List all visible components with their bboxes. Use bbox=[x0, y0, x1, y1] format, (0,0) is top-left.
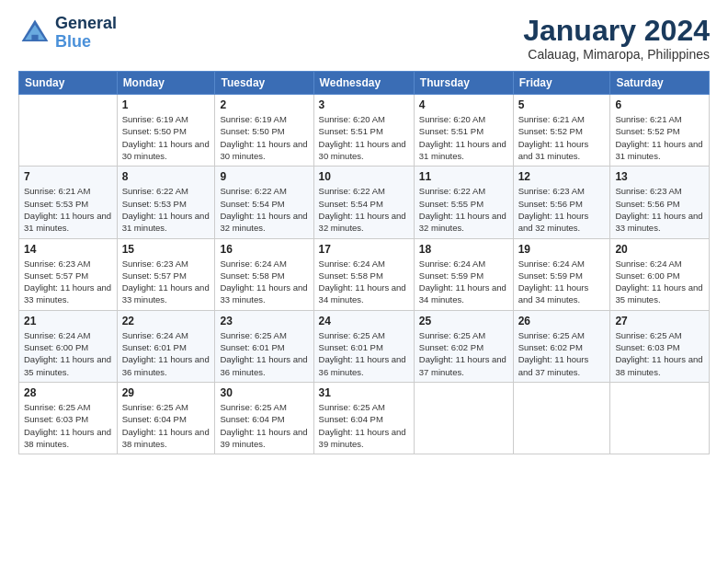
day-number: 6 bbox=[615, 98, 704, 111]
col-thursday: Thursday bbox=[414, 72, 513, 95]
day-info: Sunrise: 6:25 AMSunset: 6:04 PMDaylight:… bbox=[220, 401, 308, 450]
day-number: 3 bbox=[319, 98, 409, 111]
day-cell: 31Sunrise: 6:25 AMSunset: 6:04 PMDayligh… bbox=[313, 382, 414, 454]
week-row-3: 21Sunrise: 6:24 AMSunset: 6:00 PMDayligh… bbox=[19, 310, 710, 382]
svg-rect-2 bbox=[31, 35, 38, 41]
day-cell: 4Sunrise: 6:20 AMSunset: 5:51 PMDaylight… bbox=[414, 95, 513, 167]
day-cell: 30Sunrise: 6:25 AMSunset: 6:04 PMDayligh… bbox=[215, 382, 313, 454]
day-cell: 14Sunrise: 6:23 AMSunset: 5:57 PMDayligh… bbox=[19, 238, 118, 310]
day-cell: 3Sunrise: 6:20 AMSunset: 5:51 PMDaylight… bbox=[313, 95, 414, 167]
day-info: Sunrise: 6:24 AMSunset: 5:59 PMDaylight:… bbox=[419, 258, 508, 306]
day-cell: 27Sunrise: 6:25 AMSunset: 6:03 PMDayligh… bbox=[610, 310, 710, 382]
day-number: 7 bbox=[24, 170, 112, 183]
week-row-2: 14Sunrise: 6:23 AMSunset: 5:57 PMDayligh… bbox=[19, 238, 710, 310]
day-info: Sunrise: 6:19 AMSunset: 5:50 PMDaylight:… bbox=[220, 113, 308, 162]
day-number: 31 bbox=[319, 386, 409, 399]
day-cell: 24Sunrise: 6:25 AMSunset: 6:01 PMDayligh… bbox=[313, 310, 414, 382]
day-number: 5 bbox=[518, 98, 606, 111]
day-info: Sunrise: 6:24 AMSunset: 6:01 PMDaylight:… bbox=[122, 329, 210, 378]
day-number: 25 bbox=[419, 315, 508, 327]
day-number: 14 bbox=[24, 243, 112, 256]
day-number: 29 bbox=[122, 386, 210, 399]
day-info: Sunrise: 6:23 AMSunset: 5:56 PMDaylight:… bbox=[518, 185, 606, 234]
title-block: January 2024 Calauag, Mimaropa, Philippi… bbox=[523, 15, 710, 62]
day-info: Sunrise: 6:23 AMSunset: 5:57 PMDaylight:… bbox=[24, 258, 112, 306]
day-number: 18 bbox=[419, 243, 508, 256]
day-cell: 13Sunrise: 6:23 AMSunset: 5:56 PMDayligh… bbox=[610, 167, 710, 238]
day-cell: 12Sunrise: 6:23 AMSunset: 5:56 PMDayligh… bbox=[513, 167, 610, 238]
day-number: 17 bbox=[319, 243, 409, 256]
day-info: Sunrise: 6:25 AMSunset: 6:01 PMDaylight:… bbox=[220, 329, 308, 378]
day-number: 15 bbox=[122, 243, 210, 256]
day-number: 16 bbox=[220, 243, 308, 256]
day-info: Sunrise: 6:24 AMSunset: 6:00 PMDaylight:… bbox=[24, 329, 112, 378]
day-number: 13 bbox=[615, 170, 704, 183]
day-number: 2 bbox=[220, 98, 308, 111]
col-saturday: Saturday bbox=[610, 72, 710, 95]
logo-icon bbox=[18, 17, 51, 50]
day-info: Sunrise: 6:22 AMSunset: 5:55 PMDaylight:… bbox=[419, 185, 508, 234]
day-info: Sunrise: 6:23 AMSunset: 5:57 PMDaylight:… bbox=[122, 258, 210, 306]
day-cell bbox=[610, 382, 710, 454]
day-info: Sunrise: 6:22 AMSunset: 5:54 PMDaylight:… bbox=[319, 185, 409, 234]
day-info: Sunrise: 6:25 AMSunset: 6:01 PMDaylight:… bbox=[319, 329, 409, 378]
day-cell: 8Sunrise: 6:22 AMSunset: 5:53 PMDaylight… bbox=[117, 167, 215, 238]
day-cell: 10Sunrise: 6:22 AMSunset: 5:54 PMDayligh… bbox=[313, 167, 414, 238]
day-info: Sunrise: 6:19 AMSunset: 5:50 PMDaylight:… bbox=[122, 113, 210, 162]
day-number: 19 bbox=[518, 243, 606, 256]
day-cell: 5Sunrise: 6:21 AMSunset: 5:52 PMDaylight… bbox=[513, 95, 610, 167]
location: Calauag, Mimaropa, Philippines bbox=[523, 47, 710, 62]
logo: General Blue bbox=[18, 15, 117, 52]
day-cell: 11Sunrise: 6:22 AMSunset: 5:55 PMDayligh… bbox=[414, 167, 513, 238]
logo-line1: General bbox=[55, 15, 117, 33]
col-wednesday: Wednesday bbox=[313, 72, 414, 95]
day-cell: 20Sunrise: 6:24 AMSunset: 6:00 PMDayligh… bbox=[610, 238, 710, 310]
day-info: Sunrise: 6:24 AMSunset: 5:58 PMDaylight:… bbox=[220, 258, 308, 306]
day-cell: 28Sunrise: 6:25 AMSunset: 6:03 PMDayligh… bbox=[19, 382, 118, 454]
day-number: 11 bbox=[419, 170, 508, 183]
col-monday: Monday bbox=[117, 72, 215, 95]
day-cell: 18Sunrise: 6:24 AMSunset: 5:59 PMDayligh… bbox=[414, 238, 513, 310]
calendar-body: 1Sunrise: 6:19 AMSunset: 5:50 PMDaylight… bbox=[19, 95, 710, 454]
day-cell bbox=[513, 382, 610, 454]
day-info: Sunrise: 6:23 AMSunset: 5:56 PMDaylight:… bbox=[615, 185, 704, 234]
day-info: Sunrise: 6:25 AMSunset: 6:04 PMDaylight:… bbox=[122, 401, 210, 450]
col-friday: Friday bbox=[513, 72, 610, 95]
day-number: 8 bbox=[122, 170, 210, 183]
header-row: Sunday Monday Tuesday Wednesday Thursday… bbox=[19, 72, 710, 95]
day-cell: 19Sunrise: 6:24 AMSunset: 5:59 PMDayligh… bbox=[513, 238, 610, 310]
day-number: 4 bbox=[419, 98, 508, 111]
day-cell: 29Sunrise: 6:25 AMSunset: 6:04 PMDayligh… bbox=[117, 382, 215, 454]
day-cell: 7Sunrise: 6:21 AMSunset: 5:53 PMDaylight… bbox=[19, 167, 118, 238]
day-cell: 2Sunrise: 6:19 AMSunset: 5:50 PMDaylight… bbox=[215, 95, 313, 167]
day-cell: 17Sunrise: 6:24 AMSunset: 5:58 PMDayligh… bbox=[313, 238, 414, 310]
day-info: Sunrise: 6:20 AMSunset: 5:51 PMDaylight:… bbox=[419, 113, 508, 162]
day-cell: 6Sunrise: 6:21 AMSunset: 5:52 PMDaylight… bbox=[610, 95, 710, 167]
week-row-1: 7Sunrise: 6:21 AMSunset: 5:53 PMDaylight… bbox=[19, 167, 710, 238]
day-number: 28 bbox=[24, 386, 112, 399]
calendar-header: Sunday Monday Tuesday Wednesday Thursday… bbox=[19, 72, 710, 95]
col-sunday: Sunday bbox=[19, 72, 118, 95]
day-info: Sunrise: 6:21 AMSunset: 5:52 PMDaylight:… bbox=[518, 113, 606, 162]
day-cell bbox=[19, 95, 118, 167]
day-number: 27 bbox=[615, 315, 704, 327]
logo-line2: Blue bbox=[55, 32, 91, 51]
week-row-0: 1Sunrise: 6:19 AMSunset: 5:50 PMDaylight… bbox=[19, 95, 710, 167]
day-number: 12 bbox=[518, 170, 606, 183]
day-number: 22 bbox=[122, 315, 210, 327]
day-number: 21 bbox=[24, 315, 112, 327]
day-info: Sunrise: 6:22 AMSunset: 5:54 PMDaylight:… bbox=[220, 185, 308, 234]
day-cell bbox=[414, 382, 513, 454]
day-cell: 15Sunrise: 6:23 AMSunset: 5:57 PMDayligh… bbox=[117, 238, 215, 310]
day-cell: 25Sunrise: 6:25 AMSunset: 6:02 PMDayligh… bbox=[414, 310, 513, 382]
day-cell: 26Sunrise: 6:25 AMSunset: 6:02 PMDayligh… bbox=[513, 310, 610, 382]
day-cell: 1Sunrise: 6:19 AMSunset: 5:50 PMDaylight… bbox=[117, 95, 215, 167]
day-number: 23 bbox=[220, 315, 308, 327]
day-number: 26 bbox=[518, 315, 606, 327]
day-cell: 22Sunrise: 6:24 AMSunset: 6:01 PMDayligh… bbox=[117, 310, 215, 382]
day-info: Sunrise: 6:25 AMSunset: 6:02 PMDaylight:… bbox=[419, 329, 508, 378]
day-info: Sunrise: 6:20 AMSunset: 5:51 PMDaylight:… bbox=[319, 113, 409, 162]
day-info: Sunrise: 6:24 AMSunset: 6:00 PMDaylight:… bbox=[615, 258, 704, 306]
day-info: Sunrise: 6:22 AMSunset: 5:53 PMDaylight:… bbox=[122, 185, 210, 234]
day-info: Sunrise: 6:25 AMSunset: 6:04 PMDaylight:… bbox=[319, 401, 409, 450]
